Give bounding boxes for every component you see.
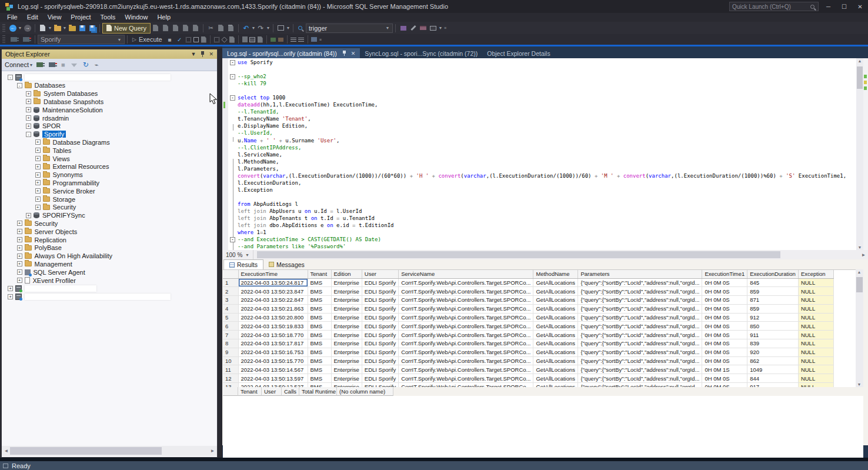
minimize-button[interactable]: ─: [820, 0, 836, 13]
grid-cell[interactable]: 0H 0M 0S: [702, 304, 747, 313]
doc-tab[interactable]: SyncLog.sql - spori...Sync (citadmin (72…: [360, 48, 482, 58]
column-header--no-column-name-[interactable]: (No column name): [337, 387, 393, 396]
tree-item-database-diagrams[interactable]: +Database Diagrams: [35, 138, 110, 146]
grid-cell[interactable]: CorrIT.Sporify.WebApi.Controllers.Target…: [399, 339, 533, 348]
new-query-button[interactable]: New Query: [102, 23, 151, 34]
menu-help[interactable]: Help: [152, 13, 175, 22]
grid-cell[interactable]: GetAllLocations: [533, 322, 578, 331]
collapse-box[interactable]: -: [17, 83, 22, 88]
column-header-user[interactable]: User: [262, 387, 282, 396]
tree-item-service-broker[interactable]: +Service Broker: [35, 187, 95, 195]
grid-cell[interactable]: 2022-04-03 13:50:13.597: [238, 374, 308, 383]
tree-item-spor[interactable]: +SPOR: [26, 122, 61, 130]
column-header-edition[interactable]: Edition: [331, 270, 362, 278]
undo-icon[interactable]: ↶: [241, 23, 251, 33]
results-vscrollbar[interactable]: ▲ ▼: [856, 269, 863, 387]
expand-box[interactable]: +: [17, 261, 22, 266]
toolbox-icon[interactable]: [418, 23, 428, 33]
expand-box[interactable]: +: [17, 254, 22, 259]
row-number-cell[interactable]: 2: [223, 287, 238, 296]
expand-box[interactable]: +: [35, 205, 41, 210]
grid-cell[interactable]: EDLI Sporify: [362, 383, 398, 387]
column-header-executiontime[interactable]: ExecutionTime: [238, 270, 308, 278]
results-grid[interactable]: ExecutionTimeTenantEditionUserServiceNam…: [223, 269, 856, 387]
grid-cell[interactable]: 912: [747, 313, 799, 322]
tree-item-system-databases[interactable]: +System Databases: [26, 90, 98, 98]
column-header-servicename[interactable]: ServiceName: [399, 270, 533, 278]
connect-icon[interactable]: [36, 62, 43, 67]
query-options-icon[interactable]: [192, 35, 200, 45]
grid-cell[interactable]: 0H 0M 0S: [702, 331, 747, 339]
cut-icon[interactable]: ✂: [206, 23, 216, 33]
grid-cell[interactable]: {"query":{"sortBy":"LocId","address":nul…: [578, 313, 702, 322]
grid-cell[interactable]: EDLI Sporify: [362, 304, 398, 313]
tree-item-server[interactable]: +: [8, 285, 96, 292]
toolbar-grip[interactable]: [2, 24, 5, 32]
grid-cell[interactable]: GetAllLocations: [533, 348, 578, 356]
new-database-query-icon[interactable]: [151, 23, 161, 33]
grid-cell[interactable]: 0H 0M 0S: [702, 339, 747, 348]
object-explorer-hscrollbar[interactable]: ◄ ►: [2, 446, 217, 456]
scroll-down-icon[interactable]: ▼: [856, 382, 863, 386]
find-icon[interactable]: [296, 23, 306, 33]
grid-cell[interactable]: 2022-04-03 13:50:23.847: [238, 287, 308, 296]
expand-box[interactable]: +: [17, 237, 22, 242]
tree-item-server[interactable]: +: [8, 293, 171, 301]
column-header-tenant[interactable]: Tenant: [308, 270, 331, 278]
expand-box[interactable]: +: [35, 148, 41, 153]
grid-cell[interactable]: NULL: [798, 322, 833, 331]
grid-cell[interactable]: BMS: [308, 356, 331, 365]
grid-cell[interactable]: {"query":{"sortBy":"LocId","address":nul…: [578, 304, 702, 313]
grid-cell[interactable]: Enterprise: [331, 322, 362, 331]
row-number-cell[interactable]: 5: [223, 313, 238, 322]
tree-item-sporify[interactable]: -Sporify: [26, 131, 66, 138]
grid-cell[interactable]: 2022-04-03 13:50:18.770: [238, 331, 308, 339]
grid-cell[interactable]: EDLI Sporify: [362, 322, 398, 331]
row-number-cell[interactable]: 3: [223, 296, 238, 305]
menu-file[interactable]: File: [2, 13, 22, 22]
live-stats-icon[interactable]: [221, 35, 228, 45]
grid-cell[interactable]: CorrIT.Sporify.WebApi.Controllers.Target…: [399, 313, 533, 322]
open-file-caret[interactable]: ▼: [62, 26, 67, 30]
expand-box[interactable]: +: [17, 229, 22, 234]
grid-cell[interactable]: BMS: [308, 296, 331, 305]
expand-box[interactable]: +: [35, 196, 41, 202]
tab-messages[interactable]: Messages: [263, 259, 310, 269]
new-dmx-query-icon[interactable]: [171, 23, 181, 33]
grid-cell[interactable]: 2022-04-03 13:50:12.527: [238, 383, 308, 387]
tree-item-security[interactable]: +Security: [17, 219, 58, 227]
new-mdx-query-icon[interactable]: [161, 23, 171, 33]
grid-cell[interactable]: NULL: [798, 304, 833, 313]
tab-close-icon[interactable]: ✕: [351, 51, 356, 56]
toolbar2-overflow-icon[interactable]: ≡: [318, 38, 323, 42]
column-header-executionduration[interactable]: ExecutionDuration: [747, 270, 799, 278]
disconnect-icon[interactable]: [49, 62, 55, 67]
panel-menu-caret[interactable]: ▼: [191, 51, 196, 57]
expand-box[interactable]: +: [17, 245, 22, 251]
menu-tools[interactable]: Tools: [96, 13, 121, 22]
grid-cell[interactable]: BMS: [308, 278, 331, 287]
row-number-cell[interactable]: 8: [223, 339, 238, 348]
expand-box[interactable]: +: [26, 115, 31, 121]
grid-cell[interactable]: 917: [747, 383, 799, 387]
grid-cell[interactable]: EDLI Sporify: [362, 278, 398, 287]
grid-cell[interactable]: {"query":{"sortBy":"LocId","address":nul…: [578, 383, 702, 387]
grid-cell[interactable]: GetAllLocations: [533, 313, 578, 322]
window-layout-icon[interactable]: [276, 23, 286, 33]
grid-cell[interactable]: CorrIT.Sporify.WebApi.Controllers.Target…: [399, 322, 533, 331]
grid-cell[interactable]: BMS: [308, 287, 331, 296]
grid-cell[interactable]: BMS: [308, 322, 331, 331]
grid-cell[interactable]: BMS: [308, 374, 331, 383]
save-icon[interactable]: [77, 23, 87, 33]
filter-icon[interactable]: [71, 61, 77, 68]
grid-cell[interactable]: NULL: [798, 296, 833, 305]
grid-cell[interactable]: BMS: [308, 383, 331, 387]
grid-cell[interactable]: CorrIT.Sporify.WebApi.Controllers.Target…: [399, 365, 533, 374]
connect-button[interactable]: Connect: [5, 61, 29, 68]
grid-cell[interactable]: {"query":{"sortBy":"LocId","address":nul…: [578, 278, 702, 287]
comment-icon[interactable]: [269, 35, 277, 45]
grid-cell[interactable]: NULL: [798, 278, 833, 287]
tree-item-always-on-high-availability[interactable]: +Always On High Availability: [17, 252, 112, 260]
grid-cell[interactable]: CorrIT.Sporify.WebApi.Controllers.Target…: [399, 348, 533, 356]
collapse-box[interactable]: -: [26, 132, 31, 137]
